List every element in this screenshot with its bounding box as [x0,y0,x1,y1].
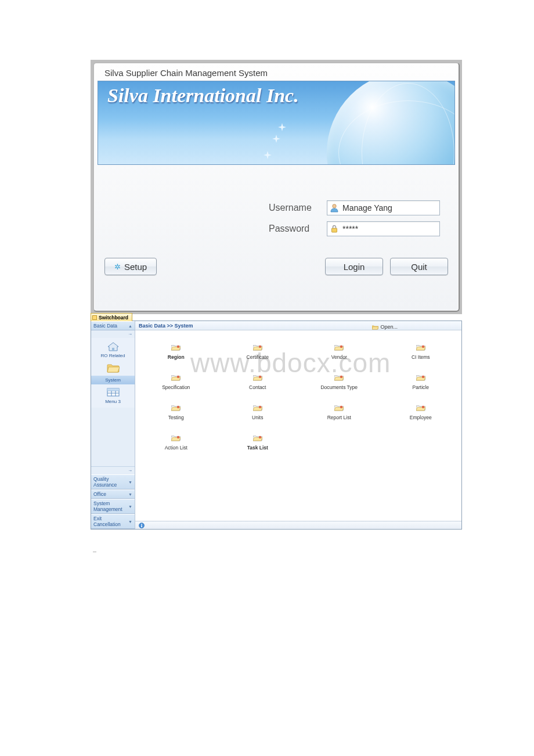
login-window: Silva Supplier Chain Management System S… [91,60,462,314]
breadcrumb-left: Basic Data [139,323,165,329]
login-panel: Silva Supplier Chain Management System S… [93,62,460,312]
switchboard-tab[interactable]: Switchboard [91,313,132,321]
breadcrumb-sep: >> [165,323,175,329]
breadcrumb-right: System [175,323,193,329]
content-area: Basic Data >> System Open... www.bdocx.c… [135,321,461,529]
sidebar-group-label: System Management [93,501,128,512]
sidebar-arrow-right[interactable]: → [91,330,135,338]
tile-contact[interactable]: Contact [217,368,299,397]
sidebar-item-ro-related[interactable]: RO Related [91,340,135,360]
info-icon [139,523,145,528]
decorative-dash [93,552,96,552]
lock-icon [330,224,339,233]
folder-tile-icon [253,344,262,352]
gear-icon: ✲ [114,262,121,271]
login-button[interactable]: Login [325,258,383,275]
sidebar-arrow-right[interactable]: → [91,466,135,474]
tile-action-list[interactable]: Action List [135,428,217,457]
tile-label: Employee [410,415,432,420]
tile-certificate[interactable]: Certificate [217,337,299,366]
tile-label: Action List [165,445,187,451]
folder-tile-icon [334,375,344,382]
folder-tile-icon [334,344,344,352]
folder-tile-icon [171,375,181,382]
sidebar-item-system[interactable]: System [91,376,135,384]
open-button-label: Open... [380,322,398,332]
username-row: Username [269,200,440,215]
switchboard-window: Switchboard Basic Data ▲ → RO Related Sy… [91,321,462,530]
house-icon [107,341,120,352]
password-input[interactable] [342,222,437,236]
username-input[interactable] [342,201,437,215]
sparkle-icon [272,135,280,143]
folder-tile-icon [416,405,425,412]
tile-label: Contact [249,384,266,390]
sidebar-group-label: Basic Data [93,323,117,329]
tile-vendor[interactable]: Vendor [298,337,380,366]
password-input-wrap[interactable] [327,221,440,236]
tile-report-list[interactable]: Report List [298,398,380,427]
collapse-icon: ▲ [128,324,132,328]
password-label: Password [269,224,321,234]
sidebar-item-menu3[interactable]: Menu 3 [91,386,135,406]
folder-tile-icon [416,344,425,352]
username-input-wrap[interactable] [327,200,440,215]
sidebar-group-office[interactable]: Office ▼ [91,489,135,499]
folder-tile-icon [171,435,181,442]
sidebar-group-quality[interactable]: Quality Assurance ▼ [91,474,135,489]
tile-region[interactable]: Region [135,337,217,366]
sidebar-item-folder[interactable] [91,361,135,375]
tile-task-list[interactable]: Task List [217,428,299,457]
tile-label: Specification [162,384,190,390]
window-title: Silva Supplier Chain Management System [104,68,268,78]
folder-tile-icon [334,405,344,412]
quit-button-label: Quit [411,262,427,272]
sidebar-group-exit[interactable]: Exit Cancellation ▼ [91,514,135,529]
tile-ci-items[interactable]: CI Items [380,337,462,366]
sidebar-item-label: Menu 3 [105,399,121,404]
open-button[interactable]: Open... [372,322,398,332]
sidebar-group-system-management[interactable]: System Management ▼ [91,499,135,514]
setup-button-label: Setup [124,262,147,272]
tile-documents-type[interactable]: Documents Type [298,368,380,397]
tab-icon [92,315,97,320]
password-row: Password [269,221,440,236]
expand-icon: ▼ [128,480,132,484]
folder-tile-icon [253,405,262,412]
folder-tile-icon [253,435,262,442]
expand-icon: ▼ [128,505,132,509]
expand-icon: ▼ [128,520,132,524]
quit-button[interactable]: Quit [390,258,448,275]
breadcrumb: Basic Data >> System [139,323,193,329]
globe-decор [327,81,455,165]
username-label: Username [269,203,321,213]
switchboard-body: Basic Data ▲ → RO Related System Menu 3 [91,321,461,529]
tile-units[interactable]: Units [217,398,299,427]
sparkle-icon [278,123,286,131]
banner: Silva International Inc. [98,81,455,165]
sidebar: Basic Data ▲ → RO Related System Menu 3 [91,321,135,529]
tile-label: Task List [247,445,268,451]
sidebar-group-label: Exit Cancellation [93,516,128,527]
tile-grid: RegionCertificateVendorCI ItemsSpecifica… [135,335,461,521]
banner-heading: Silva International Inc. [107,85,299,107]
tile-employee[interactable]: Employee [380,398,462,427]
tile-label: Region [168,354,185,360]
switchboard-tab-label: Switchboard [99,315,128,321]
folder-tile-icon [416,375,425,382]
tile-label: Certificate [247,354,269,360]
status-bar [135,521,461,529]
tile-testing[interactable]: Testing [135,398,217,427]
tile-label: Vendor [331,354,347,360]
sidebar-group-label: Office [93,491,106,497]
folder-open-icon [372,325,378,330]
sidebar-group-basic-data[interactable]: Basic Data ▲ [91,321,135,330]
tile-label: Testing [168,415,184,420]
tile-particle[interactable]: Particle [380,368,462,397]
setup-button[interactable]: ✲ Setup [104,258,157,275]
expand-icon: ▼ [128,492,132,496]
tile-specification[interactable]: Specification [135,368,217,397]
sidebar-group-label: Quality Assurance [93,476,128,488]
tile-label: CI Items [412,354,430,360]
folder-icon [107,363,120,373]
